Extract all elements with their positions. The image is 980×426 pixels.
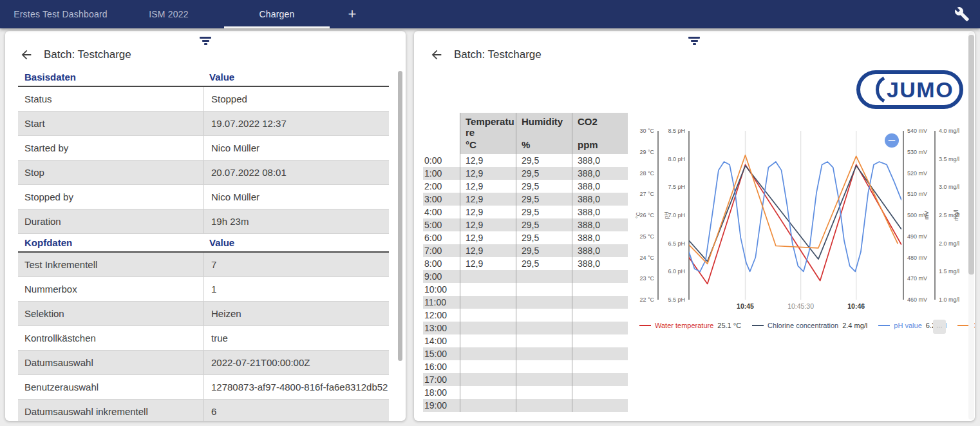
value-cell: 388,0 bbox=[572, 180, 628, 193]
section-header-value-label: Value bbox=[203, 72, 389, 82]
value-cell: 29,5 bbox=[516, 244, 572, 257]
table-row: 11:00 bbox=[423, 296, 628, 309]
table-row: 18:00 bbox=[423, 386, 628, 399]
value-cell bbox=[572, 360, 628, 373]
row-label: Datumsauswahl inkrementell bbox=[18, 400, 203, 421]
value-cell: 29,5 bbox=[516, 180, 572, 193]
value-cell bbox=[460, 270, 516, 283]
section-header-label: Kopfdaten bbox=[18, 237, 203, 248]
value-cell bbox=[460, 360, 516, 373]
value-cell bbox=[516, 296, 572, 309]
column-header: Humidity% bbox=[516, 113, 572, 154]
legend-item[interactable]: Chlorine concentration2.4 mg/l bbox=[752, 322, 867, 329]
column-header: Temperature°C bbox=[460, 113, 516, 154]
mgl-axis-tick-label: 3.0 mg/l bbox=[939, 184, 959, 190]
mgl-axis-tick-label: 4.0 mg/l bbox=[939, 128, 959, 134]
value-cell: 388,0 bbox=[572, 167, 628, 180]
value-cell: 388,0 bbox=[572, 244, 628, 257]
value-cell bbox=[516, 270, 572, 283]
chart-legend: Water temperature25.1 °CChlorine concent… bbox=[639, 318, 975, 333]
top-navigation-bar: Erstes Test DashboardISM 2022Chargen + bbox=[0, 0, 980, 28]
tab-erstes-test-dashboard[interactable]: Erstes Test Dashboard bbox=[6, 0, 115, 28]
legend-label: Water temperature bbox=[655, 322, 713, 329]
time-cell: 8:00 bbox=[423, 257, 460, 270]
value-cell bbox=[572, 296, 628, 309]
settings-wrench-button[interactable] bbox=[954, 6, 970, 22]
time-cell: 5:00 bbox=[423, 218, 460, 231]
legend-item[interactable]: Water temperature25.1 °C bbox=[639, 322, 741, 329]
column-header: CO2ppm bbox=[572, 113, 628, 154]
value-cell: 29,5 bbox=[516, 218, 572, 231]
filter-button[interactable] bbox=[688, 37, 701, 46]
legend-more-button[interactable]: ⋯ bbox=[933, 320, 946, 334]
row-label: Datumsauswahl bbox=[18, 351, 203, 374]
legend-swatch bbox=[878, 325, 890, 326]
value-cell: 12,9 bbox=[460, 231, 516, 244]
temp-axis-tick-label: 23 °C bbox=[639, 275, 654, 282]
hourly-table-header: Temperature°CHumidity%CO2ppm bbox=[423, 113, 628, 154]
table-row: Stop20.07.2022 08:01 bbox=[18, 160, 389, 185]
legend-label: Chlorine concentration bbox=[768, 322, 838, 329]
table-row: Benutzerauswahl12780873-af97-4800-816f-f… bbox=[18, 375, 389, 400]
column-unit: ppm bbox=[578, 139, 627, 150]
add-tab-button[interactable]: + bbox=[331, 0, 373, 28]
row-label: Test Inkrementell bbox=[18, 253, 203, 276]
value-cell: 12,9 bbox=[460, 218, 516, 231]
back-button[interactable] bbox=[19, 48, 33, 62]
hourly-data-table: Temperature°CHumidity%CO2ppm0:0012,929,5… bbox=[423, 113, 628, 412]
time-cell: 17:00 bbox=[423, 373, 460, 386]
table-row: 2:0012,929,5388,0 bbox=[423, 180, 628, 193]
row-value: 19.07.2022 12:37 bbox=[203, 111, 389, 135]
filter-button[interactable] bbox=[199, 37, 212, 46]
row-value: Stopped bbox=[203, 87, 389, 111]
row-value: 20.07.2022 08:01 bbox=[203, 160, 389, 184]
value-cell bbox=[460, 334, 516, 347]
value-cell: 29,5 bbox=[516, 167, 572, 180]
table-row: 9:00 bbox=[423, 270, 628, 283]
ph-axis-tick-label: 7.0 pH bbox=[668, 212, 685, 218]
right-scrollbar-thumb[interactable] bbox=[968, 35, 974, 275]
table-row: 5:0012,929,5388,0 bbox=[423, 218, 628, 231]
time-cell: 10:00 bbox=[423, 283, 460, 296]
mv-axis-tick-label: 460 mV bbox=[907, 296, 927, 303]
table-row: 7:0012,929,5388,0 bbox=[423, 244, 628, 257]
chart-svg: 10:4510:45:3010:4630 °C29 °C28 °C27 °C26… bbox=[631, 126, 972, 345]
table-row: Test Inkrementell7 bbox=[18, 253, 389, 277]
value-cell bbox=[516, 347, 572, 360]
legend-swatch bbox=[752, 325, 764, 326]
table-row: 19:00 bbox=[423, 399, 628, 412]
value-cell bbox=[516, 283, 572, 296]
time-cell: 6:00 bbox=[423, 231, 460, 244]
value-cell bbox=[460, 283, 516, 296]
value-cell: 29,5 bbox=[516, 231, 572, 244]
section-header-value-label: Value bbox=[203, 237, 389, 248]
back-arrow-icon bbox=[432, 50, 442, 60]
mv-axis-title: mV bbox=[923, 211, 930, 220]
time-cell: 1:00 bbox=[423, 167, 460, 180]
value-cell bbox=[460, 386, 516, 399]
dashboard-tabs: Erstes Test DashboardISM 2022Chargen bbox=[6, 0, 331, 28]
mv-axis-tick-label: 510 mV bbox=[907, 191, 927, 197]
back-button[interactable] bbox=[429, 48, 444, 62]
value-cell bbox=[572, 386, 628, 399]
table-row: 10:00 bbox=[423, 283, 628, 296]
time-cell: 2:00 bbox=[423, 180, 460, 193]
page-title: Batch: Testcharge bbox=[454, 48, 542, 61]
table-row: 3:0012,929,5388,0 bbox=[423, 193, 628, 206]
zoom-out-button[interactable] bbox=[885, 133, 899, 148]
value-cell bbox=[460, 296, 516, 309]
table-row: 8:0012,929,5388,0 bbox=[423, 257, 628, 270]
value-cell bbox=[460, 399, 516, 412]
table-row: 1:0012,929,5388,0 bbox=[423, 167, 628, 180]
time-cell: 14:00 bbox=[423, 334, 460, 347]
tab-ism-2022[interactable]: ISM 2022 bbox=[115, 0, 223, 28]
temp-axis-tick-label: 24 °C bbox=[639, 255, 654, 261]
value-cell bbox=[516, 399, 572, 412]
value-cell: 388,0 bbox=[572, 231, 628, 244]
value-cell: 29,5 bbox=[516, 206, 572, 218]
batch-data-table: BasisdatenValueStatusStoppedStart19.07.2… bbox=[18, 68, 389, 421]
tab-chargen[interactable]: Chargen bbox=[223, 0, 331, 28]
value-cell: 12,9 bbox=[460, 167, 516, 180]
row-value: Nico Müller bbox=[203, 136, 389, 160]
left-scrollbar-thumb[interactable] bbox=[398, 71, 402, 361]
